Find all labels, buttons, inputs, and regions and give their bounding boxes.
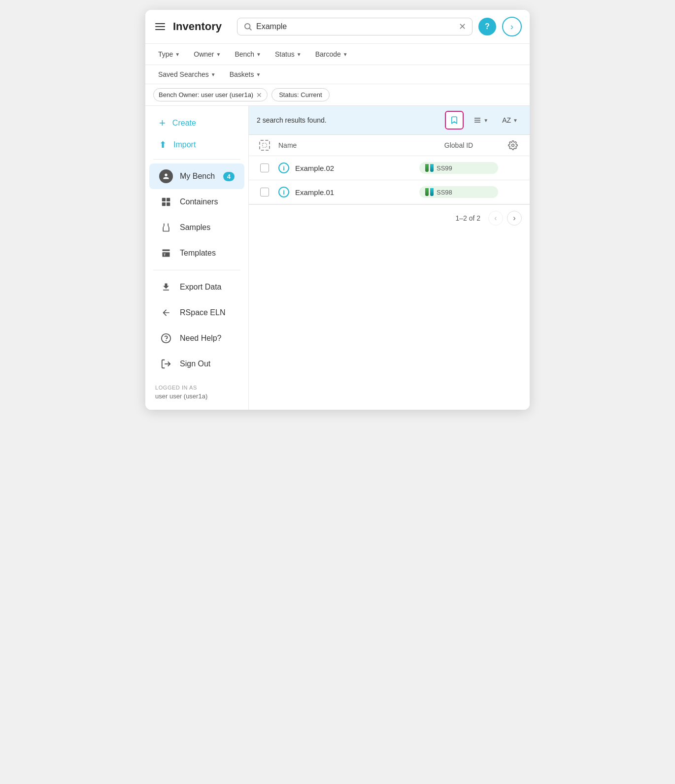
hamburger-menu[interactable] <box>153 21 167 32</box>
tube-icon <box>425 188 434 196</box>
download-icon <box>159 280 173 294</box>
sidebar-item-export-data[interactable]: Export Data <box>149 274 244 300</box>
table-settings-button[interactable] <box>504 140 522 150</box>
row1-globalid-badge: SS99 <box>419 162 498 174</box>
export-data-label: Export Data <box>180 283 221 292</box>
saved-searches-row: Saved Searches ▼ Baskets ▼ <box>145 65 530 84</box>
nav-forward-button[interactable]: › <box>502 17 522 36</box>
baskets-button[interactable]: Baskets ▼ <box>225 68 266 81</box>
row2-info-icon[interactable]: i <box>278 187 289 197</box>
row1-info-icon[interactable]: i <box>278 163 289 173</box>
sidebar-divider-2 <box>153 270 240 270</box>
containers-label: Containers <box>180 197 218 206</box>
next-page-button[interactable]: › <box>507 211 522 226</box>
svg-point-16 <box>512 144 514 147</box>
filter-bench-button[interactable]: Bench ▼ <box>230 48 266 61</box>
templates-icon: T <box>159 246 173 260</box>
sidebar-item-sign-out[interactable]: Sign Out <box>149 351 244 377</box>
filter-status-button[interactable]: Status ▼ <box>270 48 306 61</box>
row1-globalid: SS99 <box>419 162 498 174</box>
table-row[interactable]: i Example.02 SS99 <box>249 156 530 180</box>
plus-icon: + <box>159 117 166 130</box>
remove-bench-owner-filter-icon[interactable]: ✕ <box>256 92 262 98</box>
logged-in-user: user user (user1a) <box>155 392 238 400</box>
tube-teal <box>430 164 434 172</box>
app-title: Inventory <box>173 20 227 33</box>
row1-checkbox[interactable] <box>260 163 269 172</box>
samples-icon <box>159 221 173 234</box>
svg-rect-5 <box>167 202 170 206</box>
sidebar-divider <box>153 159 240 160</box>
sign-out-icon <box>159 357 173 371</box>
containers-icon <box>159 195 173 209</box>
col-name-header: Name <box>278 141 413 149</box>
my-bench-label: My Bench <box>180 172 215 181</box>
gear-icon <box>508 140 518 150</box>
row2-globalid-badge: SS98 <box>419 186 498 198</box>
upload-icon: ⬆ <box>159 139 167 150</box>
row1-name: Example.02 <box>295 164 413 172</box>
svg-rect-2 <box>162 198 166 201</box>
chevron-down-icon: ▼ <box>483 118 488 123</box>
chevron-down-icon: ▼ <box>513 118 518 123</box>
chevron-down-icon: ▼ <box>256 72 261 77</box>
filter-row: Type ▼ Owner ▼ Bench ▼ Status ▼ Barcode … <box>145 44 530 65</box>
bookmark-button[interactable] <box>445 111 464 130</box>
tube-icon <box>425 164 434 172</box>
status-filter-chip: Status: Current <box>271 88 329 101</box>
svg-text:T: T <box>164 253 166 257</box>
select-all-checkbox-area[interactable] <box>257 140 272 151</box>
help-button[interactable]: ? <box>478 18 496 35</box>
list-view-icon <box>473 116 481 124</box>
logged-in-label: LOGGED IN AS <box>155 385 238 391</box>
pagination-range: 1–2 of 2 <box>455 214 480 222</box>
sidebar-item-samples[interactable]: Samples <box>149 215 244 240</box>
tube-green <box>425 164 429 172</box>
table-header: Name Global ID <box>249 135 530 156</box>
sidebar-item-need-help[interactable]: Need Help? <box>149 326 244 351</box>
filter-type-button[interactable]: Type ▼ <box>153 48 185 61</box>
clear-search-icon[interactable]: ✕ <box>459 22 466 31</box>
sort-button[interactable]: AZ ▼ <box>498 114 522 127</box>
question-circle-icon <box>159 331 173 345</box>
filter-barcode-button[interactable]: Barcode ▼ <box>310 48 353 61</box>
prev-page-button[interactable]: ‹ <box>488 211 503 226</box>
sidebar-footer: LOGGED IN AS user user (user1a) <box>145 377 248 404</box>
my-bench-icon <box>159 169 173 183</box>
chevron-down-icon: ▼ <box>211 72 216 77</box>
svg-rect-15 <box>263 143 267 147</box>
row1-checkbox-area[interactable] <box>257 163 272 172</box>
bench-owner-filter-label: Bench Owner: user user (user1a) <box>159 91 253 98</box>
col-globalid-header: Global ID <box>419 141 498 149</box>
create-button[interactable]: + Create <box>149 112 244 134</box>
sidebar-item-containers[interactable]: Containers <box>149 189 244 215</box>
sidebar-item-rspace-eln[interactable]: RSpace ELN <box>149 300 244 326</box>
row2-checkbox[interactable] <box>260 188 269 196</box>
table-row[interactable]: i Example.01 SS98 <box>249 180 530 204</box>
svg-rect-4 <box>162 202 166 206</box>
svg-rect-3 <box>167 198 170 201</box>
import-button[interactable]: ⬆ Import <box>149 134 244 155</box>
row2-globalid: SS98 <box>419 186 498 198</box>
view-mode-button[interactable]: ▼ <box>470 114 492 127</box>
row2-checkbox-area[interactable] <box>257 188 272 196</box>
chevron-down-icon: ▼ <box>216 52 221 57</box>
chevron-down-icon: ▼ <box>175 52 180 57</box>
sidebar-item-my-bench[interactable]: My Bench 4 <box>149 163 244 189</box>
content-area: 2 search results found. ▼ AZ ▼ <box>249 106 530 410</box>
svg-line-1 <box>249 28 251 30</box>
sign-out-label: Sign Out <box>180 359 210 368</box>
main-area: + Create ⬆ Import My Bench 4 <box>145 106 530 410</box>
sidebar-item-templates[interactable]: T Templates <box>149 240 244 266</box>
sidebar: + Create ⬆ Import My Bench 4 <box>145 106 249 410</box>
active-filters: Bench Owner: user user (user1a) ✕ Status… <box>145 84 530 106</box>
search-input[interactable] <box>256 22 455 31</box>
templates-label: Templates <box>180 249 216 258</box>
filter-owner-button[interactable]: Owner ▼ <box>189 48 226 61</box>
search-icon <box>243 22 252 31</box>
chevron-down-icon: ▼ <box>343 52 348 57</box>
search-bar: ✕ <box>237 18 472 35</box>
saved-searches-button[interactable]: Saved Searches ▼ <box>153 68 221 81</box>
row2-name: Example.01 <box>295 188 413 196</box>
bench-owner-filter-chip: Bench Owner: user user (user1a) ✕ <box>153 88 268 101</box>
